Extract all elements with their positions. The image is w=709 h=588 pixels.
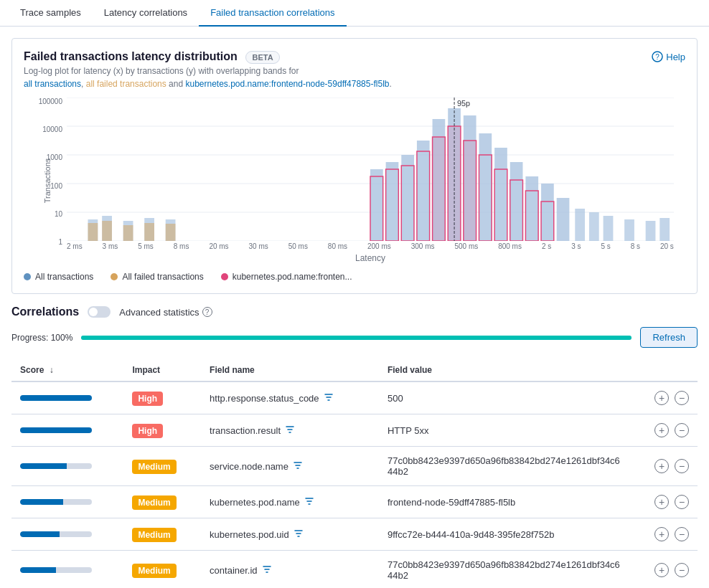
exclude-icon[interactable]: − — [675, 423, 689, 437]
svg-rect-13 — [370, 169, 383, 241]
field-filter-icon[interactable] — [324, 392, 334, 404]
table-row: Mediumkubernetes.pod.uid9ffcc72e-b444-41… — [11, 518, 698, 551]
chart-section: Failed transactions latency distribution… — [11, 38, 698, 294]
field-value-cell: 9ffcc72e-b444-410a-9d48-395fe28f752b — [379, 518, 632, 551]
score-cell — [11, 551, 123, 589]
svg-rect-30 — [646, 221, 656, 241]
exclude-icon[interactable]: − — [675, 459, 689, 473]
include-icon[interactable]: + — [654, 563, 669, 577]
col-field-name: Field name — [201, 359, 379, 381]
correlations-table: Score ↓ Impact Field name Field value Hi… — [11, 359, 698, 588]
include-icon[interactable]: + — [654, 459, 669, 473]
exclude-icon[interactable]: − — [675, 527, 689, 541]
impact-cell: Medium — [123, 551, 201, 589]
svg-rect-16 — [417, 141, 430, 241]
include-icon[interactable]: + — [654, 423, 669, 437]
field-filter-icon[interactable] — [285, 425, 295, 437]
exclude-icon[interactable]: − — [675, 495, 689, 509]
table-row: Highhttp.response.status_code500 + − — [11, 381, 698, 414]
svg-rect-21 — [494, 148, 507, 241]
svg-rect-44 — [88, 223, 98, 241]
svg-rect-38 — [464, 141, 476, 241]
svg-text:?: ? — [655, 53, 659, 61]
svg-rect-47 — [144, 223, 154, 241]
field-name-cell: transaction.result — [201, 414, 379, 447]
info-icon[interactable]: ? — [202, 307, 212, 317]
field-name-cell: kubernetes.pod.uid — [201, 518, 379, 551]
svg-rect-15 — [401, 155, 414, 241]
svg-rect-24 — [541, 184, 554, 241]
score-cell — [11, 447, 123, 486]
table-row: Mediumcontainer.id77c0bb8423e9397d650a96… — [11, 551, 698, 589]
svg-rect-31 — [659, 218, 670, 241]
include-icon[interactable]: + — [654, 391, 669, 405]
svg-rect-26 — [575, 209, 585, 241]
chart-title: Failed transactions latency distribution — [24, 50, 238, 62]
field-value-cell: frontend-node-59dff47885-fl5lb — [379, 486, 632, 518]
svg-rect-36 — [433, 137, 446, 241]
col-impact: Impact — [123, 359, 201, 381]
score-cell — [11, 381, 123, 414]
score-cell — [11, 414, 123, 447]
table-row: Hightransaction.resultHTTP 5xx + − — [11, 414, 698, 447]
actions-cell: + − — [632, 551, 698, 589]
svg-rect-22 — [510, 162, 523, 241]
advanced-stats-label: Advanced statistics ? — [119, 307, 212, 318]
impact-cell: Medium — [123, 486, 201, 518]
tab-latency-correlations[interactable]: Latency correlations — [93, 0, 199, 27]
beta-badge: BETA — [245, 51, 279, 64]
field-filter-icon[interactable] — [293, 460, 303, 473]
field-filter-icon[interactable] — [304, 496, 314, 508]
all-transactions-link[interactable]: all transactions — [24, 79, 81, 89]
table-row: Mediumkubernetes.pod.namefrontend-node-5… — [11, 486, 698, 518]
field-filter-icon[interactable] — [294, 528, 304, 541]
field-value-cell: 500 — [379, 381, 632, 414]
advanced-stats-toggle[interactable] — [88, 306, 111, 318]
actions-cell: + − — [632, 414, 698, 447]
legend-all-failed: All failed transactions — [111, 272, 203, 282]
chart-svg: 95p — [67, 98, 674, 241]
refresh-button[interactable]: Refresh — [640, 327, 698, 348]
field-value-cell: HTTP 5xx — [379, 414, 632, 447]
svg-rect-48 — [166, 224, 176, 241]
include-icon[interactable]: + — [654, 527, 669, 541]
impact-cell: Medium — [123, 518, 201, 551]
help-link[interactable]: ? Help — [652, 51, 685, 62]
all-failed-link[interactable]: all failed transactions — [86, 79, 166, 89]
field-value-cell: 77c0bb8423e9397d650a96fb83842bd274e1261d… — [379, 447, 632, 486]
actions-cell: + − — [632, 486, 698, 518]
svg-text:95p: 95p — [457, 99, 470, 108]
legend-k8s: kubernetes.pod.name:fronten... — [221, 272, 352, 282]
tab-trace-samples[interactable]: Trace samples — [9, 0, 93, 27]
svg-rect-29 — [624, 219, 634, 241]
col-score: Score ↓ — [11, 359, 123, 381]
field-filter-icon[interactable] — [262, 564, 272, 577]
svg-rect-25 — [557, 198, 570, 241]
exclude-icon[interactable]: − — [675, 563, 689, 577]
actions-cell: + − — [632, 381, 698, 414]
tab-failed-transaction-correlations[interactable]: Failed transaction correlations — [199, 0, 346, 27]
include-icon[interactable]: + — [654, 495, 669, 509]
field-value-cell: 77c0bb8423e9397d650a96fb83842bd274e1261d… — [379, 551, 632, 589]
actions-cell: + − — [632, 518, 698, 551]
col-field-value: Field value — [379, 359, 632, 381]
chart-subtitle: Log-log plot for latency (x) by transact… — [24, 66, 685, 76]
svg-rect-28 — [604, 216, 614, 241]
impact-cell: Medium — [123, 447, 201, 486]
field-name-cell: container.id — [201, 551, 379, 589]
correlations-title: Correlations — [11, 305, 79, 318]
legend-all-transactions: All transactions — [24, 272, 93, 282]
field-name-cell: service.node.name — [201, 447, 379, 486]
field-name-cell: http.response.status_code — [201, 381, 379, 414]
svg-rect-46 — [123, 225, 133, 241]
exclude-icon[interactable]: − — [675, 391, 689, 405]
k8s-pod-link[interactable]: kubernetes.pod.name:frontend-node-59dff4… — [185, 79, 389, 89]
progress-bar-row: Progress: 100% Refresh — [11, 327, 698, 348]
svg-rect-20 — [479, 133, 492, 241]
svg-rect-23 — [525, 176, 538, 241]
table-header-row: Score ↓ Impact Field name Field value — [11, 359, 698, 381]
impact-cell: High — [123, 414, 201, 447]
score-cell — [11, 486, 123, 518]
col-actions — [632, 359, 698, 381]
chart-legend: All transactions All failed transactions… — [24, 272, 685, 282]
